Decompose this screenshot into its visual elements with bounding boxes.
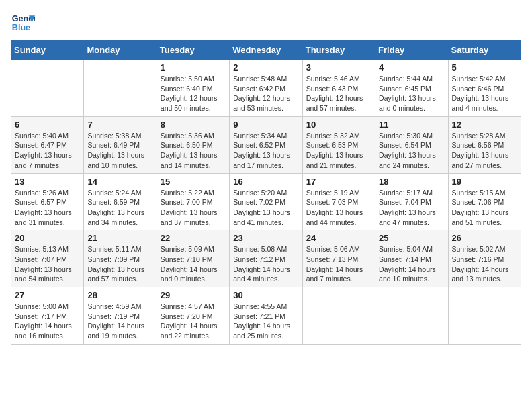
calendar-cell: 24Sunrise: 5:06 AM Sunset: 7:13 PM Dayli… (302, 230, 375, 287)
day-info: Sunrise: 5:46 AM Sunset: 6:43 PM Dayligh… (306, 74, 371, 113)
day-number: 5 (452, 62, 517, 73)
day-number: 15 (161, 177, 226, 187)
day-info: Sunrise: 5:17 AM Sunset: 7:04 PM Dayligh… (379, 188, 444, 228)
day-number: 26 (452, 233, 517, 243)
calendar-cell: 22Sunrise: 5:09 AM Sunset: 7:10 PM Dayli… (157, 230, 229, 287)
logo-icon: General Blue (11, 11, 35, 35)
calendar-cell: 21Sunrise: 5:11 AM Sunset: 7:09 PM Dayli… (84, 230, 157, 287)
calendar-cell: 14Sunrise: 5:24 AM Sunset: 6:59 PM Dayli… (84, 173, 157, 230)
day-info: Sunrise: 5:24 AM Sunset: 6:59 PM Dayligh… (87, 188, 152, 228)
day-number: 21 (87, 233, 152, 243)
day-info: Sunrise: 5:02 AM Sunset: 7:16 PM Dayligh… (452, 244, 517, 284)
calendar-cell: 19Sunrise: 5:15 AM Sunset: 7:06 PM Dayli… (448, 173, 521, 230)
calendar-cell: 23Sunrise: 5:08 AM Sunset: 7:12 PM Dayli… (230, 230, 302, 287)
day-info: Sunrise: 5:42 AM Sunset: 6:46 PM Dayligh… (452, 74, 517, 113)
day-info: Sunrise: 5:00 AM Sunset: 7:17 PM Dayligh… (15, 302, 80, 341)
day-number: 1 (161, 62, 226, 73)
calendar-cell: 28Sunrise: 4:59 AM Sunset: 7:19 PM Dayli… (84, 287, 157, 345)
weekday-header-wednesday: Wednesday (230, 41, 302, 60)
calendar-cell: 1Sunrise: 5:50 AM Sunset: 6:40 PM Daylig… (157, 60, 229, 117)
day-info: Sunrise: 5:06 AM Sunset: 7:13 PM Dayligh… (306, 244, 371, 284)
day-number: 12 (452, 120, 517, 130)
day-number: 2 (233, 62, 298, 73)
day-number: 29 (161, 290, 226, 300)
day-info: Sunrise: 5:30 AM Sunset: 6:54 PM Dayligh… (379, 131, 444, 171)
day-info: Sunrise: 5:04 AM Sunset: 7:14 PM Dayligh… (379, 244, 444, 284)
day-number: 9 (233, 120, 298, 130)
calendar-week-1: 1Sunrise: 5:50 AM Sunset: 6:40 PM Daylig… (11, 60, 521, 117)
calendar-cell: 18Sunrise: 5:17 AM Sunset: 7:04 PM Dayli… (375, 173, 448, 230)
day-info: Sunrise: 5:50 AM Sunset: 6:40 PM Dayligh… (161, 74, 226, 113)
day-info: Sunrise: 5:15 AM Sunset: 7:06 PM Dayligh… (452, 188, 517, 228)
day-info: Sunrise: 4:59 AM Sunset: 7:19 PM Dayligh… (87, 302, 152, 341)
day-info: Sunrise: 5:32 AM Sunset: 6:53 PM Dayligh… (306, 131, 371, 171)
day-info: Sunrise: 5:34 AM Sunset: 6:52 PM Dayligh… (233, 131, 298, 171)
day-number: 10 (306, 120, 371, 130)
svg-text:Blue: Blue (12, 23, 30, 32)
calendar-cell: 12Sunrise: 5:28 AM Sunset: 6:56 PM Dayli… (448, 116, 521, 173)
day-number: 7 (87, 120, 152, 130)
calendar-week-5: 27Sunrise: 5:00 AM Sunset: 7:17 PM Dayli… (11, 287, 521, 345)
day-info: Sunrise: 5:09 AM Sunset: 7:10 PM Dayligh… (161, 244, 226, 284)
calendar-cell: 15Sunrise: 5:22 AM Sunset: 7:00 PM Dayli… (157, 173, 229, 230)
day-number: 6 (15, 120, 80, 130)
calendar-cell: 3Sunrise: 5:46 AM Sunset: 6:43 PM Daylig… (302, 60, 375, 117)
day-info: Sunrise: 4:57 AM Sunset: 7:20 PM Dayligh… (161, 302, 226, 341)
calendar-cell: 17Sunrise: 5:19 AM Sunset: 7:03 PM Dayli… (302, 173, 375, 230)
calendar-week-3: 13Sunrise: 5:26 AM Sunset: 6:57 PM Dayli… (11, 173, 521, 230)
day-info: Sunrise: 5:13 AM Sunset: 7:07 PM Dayligh… (15, 244, 80, 284)
day-number: 22 (161, 233, 226, 243)
calendar-cell: 4Sunrise: 5:44 AM Sunset: 6:45 PM Daylig… (375, 60, 448, 117)
day-info: Sunrise: 5:19 AM Sunset: 7:03 PM Dayligh… (306, 188, 371, 228)
calendar-cell (448, 287, 521, 345)
day-info: Sunrise: 5:40 AM Sunset: 6:47 PM Dayligh… (15, 131, 80, 171)
day-info: Sunrise: 5:38 AM Sunset: 6:49 PM Dayligh… (87, 131, 152, 171)
day-number: 13 (15, 177, 80, 187)
day-info: Sunrise: 5:48 AM Sunset: 6:42 PM Dayligh… (233, 74, 298, 113)
weekday-header-row: SundayMondayTuesdayWednesdayThursdayFrid… (11, 41, 521, 60)
calendar-cell: 29Sunrise: 4:57 AM Sunset: 7:20 PM Dayli… (157, 287, 229, 345)
day-info: Sunrise: 5:36 AM Sunset: 6:50 PM Dayligh… (161, 131, 226, 171)
day-number: 14 (87, 177, 152, 187)
day-number: 28 (87, 290, 152, 300)
calendar-week-4: 20Sunrise: 5:13 AM Sunset: 7:07 PM Dayli… (11, 230, 521, 287)
calendar-cell: 16Sunrise: 5:20 AM Sunset: 7:02 PM Dayli… (230, 173, 302, 230)
calendar-cell: 26Sunrise: 5:02 AM Sunset: 7:16 PM Dayli… (448, 230, 521, 287)
day-number: 19 (452, 177, 517, 187)
weekday-header-friday: Friday (375, 41, 448, 60)
day-info: Sunrise: 5:26 AM Sunset: 6:57 PM Dayligh… (15, 188, 80, 228)
calendar-cell: 27Sunrise: 5:00 AM Sunset: 7:17 PM Dayli… (11, 287, 84, 345)
calendar-table: SundayMondayTuesdayWednesdayThursdayFrid… (11, 40, 521, 345)
calendar-cell (302, 287, 375, 345)
calendar-cell: 5Sunrise: 5:42 AM Sunset: 6:46 PM Daylig… (448, 60, 521, 117)
calendar-cell: 13Sunrise: 5:26 AM Sunset: 6:57 PM Dayli… (11, 173, 84, 230)
day-number: 17 (306, 177, 371, 187)
weekday-header-saturday: Saturday (448, 41, 521, 60)
day-number: 27 (15, 290, 80, 300)
calendar-cell: 2Sunrise: 5:48 AM Sunset: 6:42 PM Daylig… (230, 60, 302, 117)
calendar-cell (84, 60, 157, 117)
calendar-cell: 11Sunrise: 5:30 AM Sunset: 6:54 PM Dayli… (375, 116, 448, 173)
calendar-cell: 8Sunrise: 5:36 AM Sunset: 6:50 PM Daylig… (157, 116, 229, 173)
day-number: 16 (233, 177, 298, 187)
calendar-cell: 7Sunrise: 5:38 AM Sunset: 6:49 PM Daylig… (84, 116, 157, 173)
day-number: 18 (379, 177, 444, 187)
day-info: Sunrise: 5:08 AM Sunset: 7:12 PM Dayligh… (233, 244, 298, 284)
calendar-cell: 6Sunrise: 5:40 AM Sunset: 6:47 PM Daylig… (11, 116, 84, 173)
calendar-cell (375, 287, 448, 345)
calendar-cell: 9Sunrise: 5:34 AM Sunset: 6:52 PM Daylig… (230, 116, 302, 173)
calendar-cell: 20Sunrise: 5:13 AM Sunset: 7:07 PM Dayli… (11, 230, 84, 287)
day-info: Sunrise: 4:55 AM Sunset: 7:21 PM Dayligh… (233, 302, 298, 341)
calendar-cell: 10Sunrise: 5:32 AM Sunset: 6:53 PM Dayli… (302, 116, 375, 173)
weekday-header-tuesday: Tuesday (157, 41, 229, 60)
page-header: General Blue (11, 11, 521, 35)
day-number: 30 (233, 290, 298, 300)
logo: General Blue (11, 11, 38, 35)
day-number: 20 (15, 233, 80, 243)
calendar-cell: 25Sunrise: 5:04 AM Sunset: 7:14 PM Dayli… (375, 230, 448, 287)
day-number: 8 (161, 120, 226, 130)
day-info: Sunrise: 5:11 AM Sunset: 7:09 PM Dayligh… (87, 244, 152, 284)
day-info: Sunrise: 5:22 AM Sunset: 7:00 PM Dayligh… (161, 188, 226, 228)
weekday-header-thursday: Thursday (302, 41, 375, 60)
weekday-header-sunday: Sunday (11, 41, 84, 60)
